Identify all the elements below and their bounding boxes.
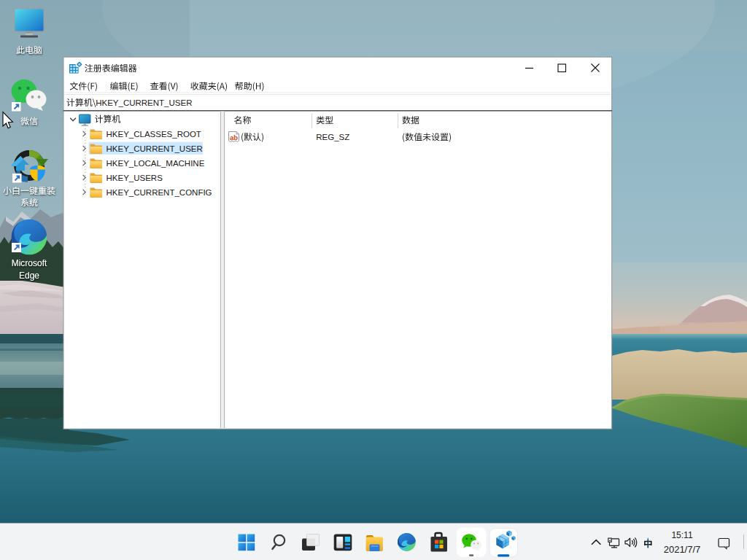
- svg-text:15:11: 15:11: [671, 530, 692, 540]
- svg-text:HKEY_CURRENT_CONFIG: HKEY_CURRENT_CONFIG: [107, 188, 212, 197]
- svg-text:2021/7/7: 2021/7/7: [664, 544, 701, 555]
- svg-text:HKEY_USERS: HKEY_USERS: [107, 174, 163, 182]
- svg-text:HKEY_CLASSES_ROOT: HKEY_CLASSES_ROOT: [107, 130, 201, 139]
- svg-text:REG_SZ: REG_SZ: [316, 133, 349, 141]
- svg-text:HKEY_LOCAL_MACHINE: HKEY_LOCAL_MACHINE: [107, 159, 205, 168]
- svg-text:ab: ab: [230, 133, 238, 141]
- svg-text:HKEY_CURRENT_USER: HKEY_CURRENT_USER: [107, 144, 203, 153]
- svg-text:Microsoft: Microsoft: [12, 258, 47, 268]
- svg-text:Edge: Edge: [19, 271, 39, 281]
- svg-text:HKEY_CURRENT_USER: HKEY_CURRENT_USER: [96, 98, 192, 107]
